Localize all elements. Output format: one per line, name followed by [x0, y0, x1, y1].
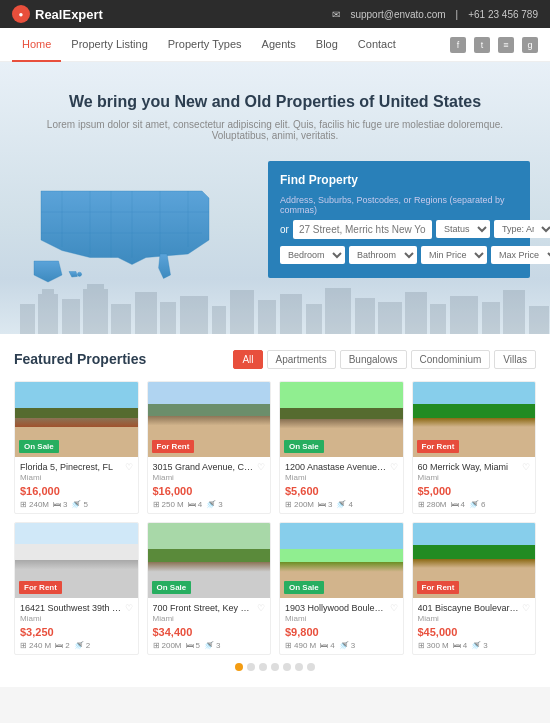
bath-icon: 🚿	[74, 641, 84, 650]
filter-villas[interactable]: Villas	[494, 350, 536, 369]
page-dot-6[interactable]	[295, 663, 303, 671]
address-label: Address, Suburbs, Postcodes, or Regions …	[280, 195, 518, 215]
area-meta: ⊞240M	[20, 500, 49, 509]
facebook-icon[interactable]: f	[450, 37, 466, 53]
page-dot-5[interactable]	[283, 663, 291, 671]
nav-home[interactable]: Home	[12, 28, 61, 62]
header: RealExpert ✉ support@envato.com | +61 23…	[0, 0, 550, 28]
min-price-select[interactable]: Min Price	[421, 246, 487, 264]
favorite-icon[interactable]: ♡	[125, 603, 133, 613]
property-card[interactable]: For Rent 16421 Southwest 39th Terrac... …	[14, 522, 139, 655]
bath-icon: 🚿	[471, 641, 481, 650]
property-meta: ⊞280M 🛏4 🚿6	[418, 500, 531, 509]
svg-rect-24	[325, 288, 351, 334]
property-price: $45,000	[418, 626, 531, 638]
bath-icon: 🚿	[204, 641, 214, 650]
favorite-icon[interactable]: ♡	[257, 603, 265, 613]
property-card[interactable]: On Sale 700 Front Street, Key West... ♡ …	[147, 522, 272, 655]
page-dot-7[interactable]	[307, 663, 315, 671]
bedroom-select[interactable]: Bedroom	[280, 246, 345, 264]
baths-meta: 🚿4	[336, 500, 352, 509]
beds-meta: 🛏3	[53, 500, 67, 509]
svg-rect-19	[212, 306, 226, 334]
header-phone: +61 23 456 789	[468, 9, 538, 20]
property-location: Miami	[153, 614, 266, 623]
property-card[interactable]: For Rent 401 Biscayne Boulevard, Mia... …	[412, 522, 537, 655]
property-card[interactable]: For Rent 3015 Grand Avenue, CocoWalk ♡ M…	[147, 381, 272, 514]
filter-condominium[interactable]: Condominium	[411, 350, 491, 369]
address-input[interactable]	[293, 220, 432, 239]
status-select[interactable]: Status	[436, 220, 490, 238]
property-card[interactable]: For Rent 60 Merrick Way, Miami ♡ Miami $…	[412, 381, 537, 514]
property-location: Miami	[418, 614, 531, 623]
property-image: For Rent	[413, 382, 536, 457]
property-name: 401 Biscayne Boulevard, Mia... ♡	[418, 603, 531, 613]
pagination	[14, 663, 536, 671]
favorite-icon[interactable]: ♡	[522, 462, 530, 472]
favorite-icon[interactable]: ♡	[522, 603, 530, 613]
property-name: Florida 5, Pinecrest, FL ♡	[20, 462, 133, 472]
max-price-select[interactable]: Max Price	[491, 246, 550, 264]
hero-title: We bring you New and Old Properties of U…	[20, 92, 530, 113]
property-badge: On Sale	[284, 440, 324, 453]
svg-rect-25	[355, 298, 375, 334]
favorite-icon[interactable]: ♡	[390, 462, 398, 472]
find-property-box: Find Property Address, Suburbs, Postcode…	[268, 161, 530, 278]
bed-icon: 🛏	[320, 641, 328, 650]
nav-property-types[interactable]: Property Types	[158, 28, 252, 62]
property-price: $9,800	[285, 626, 398, 638]
nav-blog[interactable]: Blog	[306, 28, 348, 62]
filter-all[interactable]: All	[233, 350, 262, 369]
property-meta: ⊞200M 🛏5 🚿3	[153, 641, 266, 650]
property-price: $5,600	[285, 485, 398, 497]
page-dot-3[interactable]	[259, 663, 267, 671]
featured-title: Featured Properties	[14, 351, 146, 367]
featured-section: Featured Properties All Apartments Bunga…	[0, 334, 550, 687]
nav-contact[interactable]: Contact	[348, 28, 406, 62]
area-icon: ⊞	[285, 500, 292, 509]
property-image: For Rent	[413, 523, 536, 598]
filter-apartments[interactable]: Apartments	[267, 350, 336, 369]
property-image: On Sale	[280, 382, 403, 457]
property-info: 700 Front Street, Key West... ♡ Miami $3…	[148, 598, 271, 654]
property-name: 700 Front Street, Key West... ♡	[153, 603, 266, 613]
property-info: 60 Merrick Way, Miami ♡ Miami $5,000 ⊞28…	[413, 457, 536, 513]
svg-rect-16	[135, 292, 157, 334]
page-dot-4[interactable]	[271, 663, 279, 671]
social4-icon[interactable]: g	[522, 37, 538, 53]
area-meta: ⊞240 M	[20, 641, 51, 650]
property-meta: ⊞200M 🛏3 🚿4	[285, 500, 398, 509]
area-icon: ⊞	[20, 500, 27, 509]
property-name: 60 Merrick Way, Miami ♡	[418, 462, 531, 472]
bathroom-select[interactable]: Bathroom	[349, 246, 417, 264]
property-info: 3015 Grand Avenue, CocoWalk ♡ Miami $16,…	[148, 457, 271, 513]
page-dot-2[interactable]	[247, 663, 255, 671]
svg-rect-30	[482, 302, 500, 334]
nav-agents[interactable]: Agents	[252, 28, 306, 62]
filter-bungalows[interactable]: Bungalows	[340, 350, 407, 369]
twitter-icon[interactable]: t	[474, 37, 490, 53]
property-card[interactable]: On Sale 1903 Hollywood Boulevard ♡ Miami…	[279, 522, 404, 655]
us-map-container	[20, 161, 258, 294]
cityscape	[20, 284, 550, 334]
property-card[interactable]: On Sale Florida 5, Pinecrest, FL ♡ Miami…	[14, 381, 139, 514]
area-meta: ⊞300 M	[418, 641, 449, 650]
svg-rect-23	[306, 304, 322, 334]
area-icon: ⊞	[418, 641, 425, 650]
featured-header: Featured Properties All Apartments Bunga…	[14, 350, 536, 369]
property-location: Miami	[418, 473, 531, 482]
area-meta: ⊞490 M	[285, 641, 316, 650]
property-image: For Rent	[15, 523, 138, 598]
favorite-icon[interactable]: ♡	[257, 462, 265, 472]
favorite-icon[interactable]: ♡	[125, 462, 133, 472]
favorite-icon[interactable]: ♡	[390, 603, 398, 613]
property-info: 401 Biscayne Boulevard, Mia... ♡ Miami $…	[413, 598, 536, 654]
property-badge: For Rent	[152, 440, 195, 453]
or-label: or	[280, 224, 289, 235]
page-dot-1[interactable]	[235, 663, 243, 671]
type-select[interactable]: Type: Any	[494, 220, 550, 238]
rss-icon[interactable]: ≡	[498, 37, 514, 53]
bed-icon: 🛏	[55, 641, 63, 650]
nav-property-listing[interactable]: Property Listing	[61, 28, 157, 62]
property-card[interactable]: On Sale 1200 Anastase Avenue, Cora... ♡ …	[279, 381, 404, 514]
